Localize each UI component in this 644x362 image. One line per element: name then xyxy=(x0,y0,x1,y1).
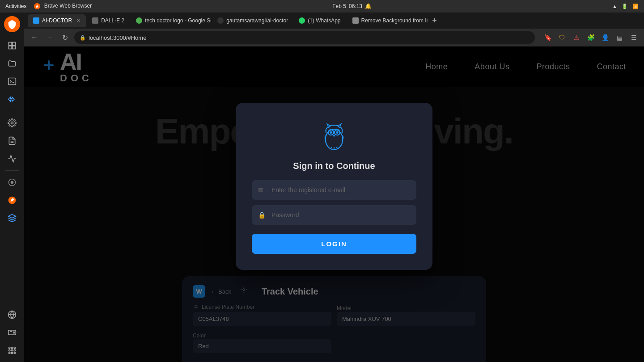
date-label: Feb 5 xyxy=(332,3,346,9)
login-button[interactable]: LOGIN xyxy=(252,234,416,254)
svg-point-15 xyxy=(13,332,15,333)
alarm-icon: 🔔 xyxy=(365,3,372,9)
time-label: 06:13 xyxy=(349,3,362,9)
tab-close-ai-doctor[interactable]: ✕ xyxy=(76,18,80,24)
modal-overlay: Sign in to Continue ✉ 🔒 LOGIN xyxy=(24,46,644,362)
email-icon: ✉ xyxy=(258,186,263,194)
brave-logo[interactable] xyxy=(4,16,20,32)
svg-point-20 xyxy=(11,349,13,351)
bookmark-icon[interactable]: 🔖 xyxy=(542,32,554,43)
svg-point-33 xyxy=(336,131,338,134)
tab-label-whatsapp: (1) WhatsApp xyxy=(308,17,340,24)
tab-label-remove-bg: Remove Background from Im... xyxy=(361,17,428,24)
lock-icon: 🔒 xyxy=(80,35,86,41)
email-input-wrapper: ✉ xyxy=(252,180,416,200)
shield-icon[interactable]: 🛡 xyxy=(556,32,568,43)
tab-label-github: gautamsarawagi/ai-doctor xyxy=(226,17,288,24)
browser-chrome: AI-DOCTOR ✕ DALL-E 2 tech doctor logo - … xyxy=(24,13,644,46)
svg-point-32 xyxy=(330,131,332,134)
sidebar-item-monitor[interactable] xyxy=(4,151,20,167)
sidebar-item-network[interactable] xyxy=(4,307,20,323)
sidebar-item-notes[interactable] xyxy=(4,133,20,149)
svg-rect-1 xyxy=(9,42,12,46)
svg-point-21 xyxy=(14,349,15,351)
tab-ai-doctor[interactable]: AI-DOCTOR ✕ xyxy=(28,14,86,27)
svg-point-16 xyxy=(9,347,10,349)
url-text: localhost:3000/#Home xyxy=(89,34,146,41)
nav-right-icons: 🔖 🛡 ⚠ 🧩 👤 ▤ ☰ xyxy=(542,32,640,43)
os-bar-center: Feb 5 06:13 🔔 xyxy=(332,3,372,9)
svg-point-18 xyxy=(14,347,15,349)
svg-rect-5 xyxy=(8,78,16,85)
os-bar-right: ▲ 🔋 📶 xyxy=(612,4,639,9)
svg-point-10 xyxy=(11,181,14,184)
tab-github[interactable]: gautamsarawagi/ai-doctor xyxy=(212,14,292,27)
user-icon[interactable]: 👤 xyxy=(599,32,611,43)
sidebar-divider-2 xyxy=(5,170,19,171)
nav-bar: ← → ↻ 🔒 localhost:3000/#Home 🔖 🛡 ⚠ 🧩 👤 ▤… xyxy=(24,29,644,46)
os-bar: Activities Brave Web Browser Feb 5 06:13… xyxy=(0,0,644,13)
svg-rect-2 xyxy=(13,42,16,46)
svg-rect-4 xyxy=(13,46,16,49)
activities-label[interactable]: Activities xyxy=(5,3,26,9)
modal-input-group: ✉ 🔒 xyxy=(252,180,416,225)
back-button[interactable]: ← xyxy=(29,32,40,43)
tab-bar: AI-DOCTOR ✕ DALL-E 2 tech doctor logo - … xyxy=(24,13,644,29)
password-input[interactable] xyxy=(252,205,416,225)
svg-point-24 xyxy=(14,352,15,354)
alert-icon[interactable]: ⚠ xyxy=(571,32,582,43)
new-tab-button[interactable]: + xyxy=(428,14,441,27)
sidebar-item-disk[interactable] xyxy=(4,324,20,341)
modal-title: Sign in to Continue xyxy=(293,161,375,171)
sidebar-item-folder[interactable] xyxy=(4,55,20,72)
login-modal: Sign in to Continue ✉ 🔒 LOGIN xyxy=(236,103,432,270)
svg-rect-3 xyxy=(9,46,12,49)
tab-label-dalle2: DALL-E 2 xyxy=(101,17,124,24)
password-input-wrapper: 🔒 xyxy=(252,205,416,225)
reload-button[interactable]: ↻ xyxy=(59,32,71,43)
tab-label-ai-doctor: AI-DOCTOR xyxy=(42,17,72,24)
os-bar-left: Activities Brave Web Browser xyxy=(5,3,92,10)
tab-label-tech: tech doctor logo - Google Sea... xyxy=(145,17,211,24)
forward-button[interactable]: → xyxy=(44,32,55,43)
svg-point-19 xyxy=(9,349,10,351)
sidebar-item-files[interactable] xyxy=(4,38,20,54)
tab-whatsapp[interactable]: (1) WhatsApp xyxy=(293,14,346,27)
svg-point-23 xyxy=(11,352,13,354)
svg-point-22 xyxy=(9,352,10,354)
menu-icon[interactable]: ☰ xyxy=(628,32,640,43)
sidebar-item-krita[interactable] xyxy=(4,210,20,226)
sidebar-item-circle[interactable] xyxy=(4,174,20,190)
owl-logo xyxy=(318,121,350,152)
sidebar-divider xyxy=(5,111,19,111)
signal-icon: 📶 xyxy=(632,4,639,9)
sidebar-item-settings[interactable] xyxy=(4,115,20,131)
tab-dalle2[interactable]: DALL-E 2 xyxy=(87,14,130,27)
browser-name-label: Brave Web Browser xyxy=(34,3,92,10)
svg-point-6 xyxy=(11,122,13,124)
extensions-icon[interactable]: 🧩 xyxy=(585,32,597,43)
tab-remove-bg[interactable]: Remove Background from Im... xyxy=(347,14,428,27)
left-sidebar xyxy=(0,13,24,362)
wifi-icon: ▲ xyxy=(612,4,617,9)
sidebar-item-terminal[interactable] xyxy=(4,73,20,89)
tab-tech-doctor[interactable]: tech doctor logo - Google Sea... xyxy=(131,14,211,27)
sidebar-toggle[interactable]: ▤ xyxy=(614,32,625,43)
battery-icon: 🔋 xyxy=(622,4,628,9)
address-bar[interactable]: 🔒 localhost:3000/#Home xyxy=(74,31,535,44)
sidebar-item-vscode[interactable] xyxy=(4,91,20,107)
sidebar-item-apps[interactable] xyxy=(4,342,20,358)
email-input[interactable] xyxy=(252,180,416,200)
lock-icon: 🔒 xyxy=(258,211,266,219)
svg-point-17 xyxy=(11,347,13,349)
main-content: AI DOC Home About Us Products Contact Em… xyxy=(24,46,644,362)
sidebar-item-pen[interactable] xyxy=(4,192,20,208)
